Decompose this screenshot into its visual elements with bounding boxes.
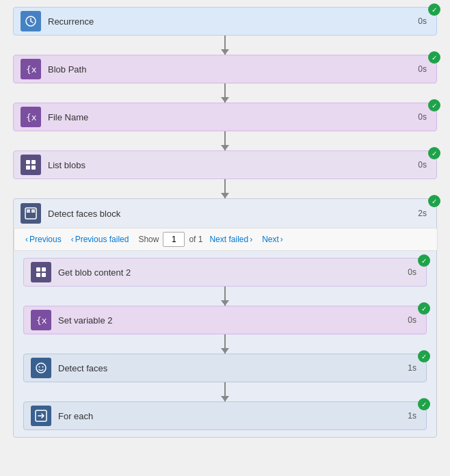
get-blob-time: 0s	[408, 267, 416, 277]
blob-path-icon: {x}	[21, 59, 41, 79]
svg-text:{x}: {x}	[36, 315, 47, 326]
svg-point-16	[39, 367, 40, 368]
previous-chevron-icon: ‹	[25, 235, 28, 244]
step-card-for-each[interactable]: For each 1s ✓	[23, 401, 427, 430]
get-blob-icon	[31, 262, 51, 282]
arrow-inner-1	[224, 287, 226, 306]
set-var-icon: {x}	[31, 310, 51, 330]
detect-faces-check: ✓	[418, 350, 430, 362]
list-blobs-icon	[21, 155, 41, 175]
next-failed-chevron-icon: ›	[250, 235, 252, 244]
loop-container-detect-block: Detect faces block 2s ✓ ‹ Previous ‹ Pre…	[13, 198, 437, 438]
detect-block-time: 2s	[418, 209, 427, 218]
step-card-blob-path[interactable]: {x} Blob Path 0s ✓	[13, 55, 437, 83]
of-label: of 1	[189, 235, 202, 244]
recurrence-time: 0s	[418, 16, 427, 26]
step-row-recurrence: Recurrence 0s ✓	[7, 7, 443, 36]
loop-header[interactable]: Detect faces block 2s ✓	[14, 199, 436, 228]
previous-failed-chevron-icon: ‹	[71, 235, 74, 244]
step-card-file-name[interactable]: {x} File Name 0s ✓	[13, 103, 437, 131]
detect-block-check: ✓	[428, 195, 440, 207]
file-name-time: 0s	[418, 112, 427, 122]
list-blobs-time: 0s	[418, 160, 427, 170]
arrow-4	[224, 179, 226, 198]
detect-faces-label: Detect faces	[58, 363, 408, 373]
previous-failed-button[interactable]: ‹ Previous failed	[68, 233, 132, 246]
file-name-label: File Name	[48, 112, 418, 122]
step-row-get-blob: Get blob content 2 0s ✓	[14, 258, 436, 287]
recurrence-label: Recurrence	[48, 16, 418, 27]
file-name-check: ✓	[428, 99, 440, 111]
previous-button[interactable]: ‹ Previous	[23, 233, 64, 246]
svg-rect-3	[26, 160, 30, 164]
arrow-2	[224, 83, 226, 103]
svg-rect-8	[27, 209, 30, 213]
step-row-detect-block: Detect faces block 2s ✓ ‹ Previous ‹ Pre…	[7, 198, 443, 438]
get-blob-label: Get blob content 2	[58, 267, 408, 278]
step-card-get-blob[interactable]: Get blob content 2 0s ✓	[23, 258, 427, 287]
step-row-set-var: {x} Set variable 2 0s ✓	[14, 306, 436, 334]
svg-rect-13	[42, 273, 46, 277]
svg-point-17	[42, 367, 44, 368]
arrow-inner-3	[224, 382, 226, 401]
for-each-time: 1s	[408, 411, 416, 421]
list-blobs-check: ✓	[428, 147, 440, 159]
loop-inner: Get blob content 2 0s ✓ {x} Set	[14, 251, 436, 437]
page-input[interactable]	[163, 232, 185, 247]
svg-rect-9	[31, 209, 35, 213]
file-name-icon: {x}	[21, 107, 41, 127]
show-label: Show	[138, 235, 159, 244]
step-row-file-name: {x} File Name 0s ✓	[7, 103, 443, 131]
svg-rect-12	[36, 273, 40, 277]
step-card-recurrence[interactable]: Recurrence 0s ✓	[13, 7, 437, 36]
flow-container: Recurrence 0s ✓ {x} Blob Path 0s ✓ {x}	[7, 7, 443, 438]
svg-rect-6	[31, 166, 36, 170]
step-row-list-blobs: List blobs 0s ✓	[7, 150, 443, 179]
svg-text:{x}: {x}	[26, 64, 37, 75]
svg-rect-4	[31, 160, 36, 164]
arrow-inner-2	[224, 334, 226, 354]
svg-text:{x}: {x}	[26, 112, 37, 122]
arrow-3	[224, 131, 226, 150]
step-card-set-var[interactable]: {x} Set variable 2 0s ✓	[23, 306, 427, 334]
get-blob-check: ✓	[418, 254, 430, 267]
list-blobs-label: List blobs	[48, 160, 418, 170]
set-var-label: Set variable 2	[58, 315, 408, 326]
previous-failed-label: Previous failed	[75, 235, 129, 244]
next-chevron-icon: ›	[280, 235, 283, 244]
blob-path-label: Blob Path	[48, 64, 418, 75]
next-button[interactable]: Next ›	[259, 233, 286, 246]
step-card-list-blobs[interactable]: List blobs 0s ✓	[13, 150, 437, 179]
recurrence-icon	[21, 11, 41, 31]
svg-point-15	[36, 363, 46, 373]
set-var-time: 0s	[408, 315, 416, 325]
detect-block-icon	[21, 203, 41, 224]
arrow-1	[224, 36, 226, 55]
for-each-check: ✓	[418, 398, 430, 410]
previous-label: Previous	[29, 235, 62, 244]
detect-faces-time: 1s	[408, 363, 416, 373]
pagination-bar: ‹ Previous ‹ Previous failed Show of 1 N…	[14, 228, 438, 251]
step-row-blob-path: {x} Blob Path 0s ✓	[7, 55, 443, 83]
step-card-detect-faces[interactable]: Detect faces 1s ✓	[23, 354, 427, 382]
for-each-label: For each	[58, 411, 408, 421]
next-label: Next	[262, 235, 279, 244]
blob-path-time: 0s	[418, 64, 427, 74]
blob-path-check: ✓	[428, 51, 440, 64]
detect-block-label: Detect faces block	[48, 209, 418, 219]
set-var-check: ✓	[418, 302, 430, 315]
svg-rect-11	[42, 267, 46, 272]
svg-rect-10	[36, 267, 40, 272]
next-failed-button[interactable]: Next failed ›	[207, 233, 255, 246]
step-row-for-each: For each 1s ✓	[14, 401, 436, 430]
svg-rect-5	[26, 166, 30, 170]
for-each-icon	[31, 406, 51, 426]
recurrence-check: ✓	[428, 3, 440, 16]
next-failed-label: Next failed	[209, 235, 248, 244]
step-row-detect-faces: Detect faces 1s ✓	[14, 354, 436, 382]
detect-faces-icon	[31, 358, 51, 378]
